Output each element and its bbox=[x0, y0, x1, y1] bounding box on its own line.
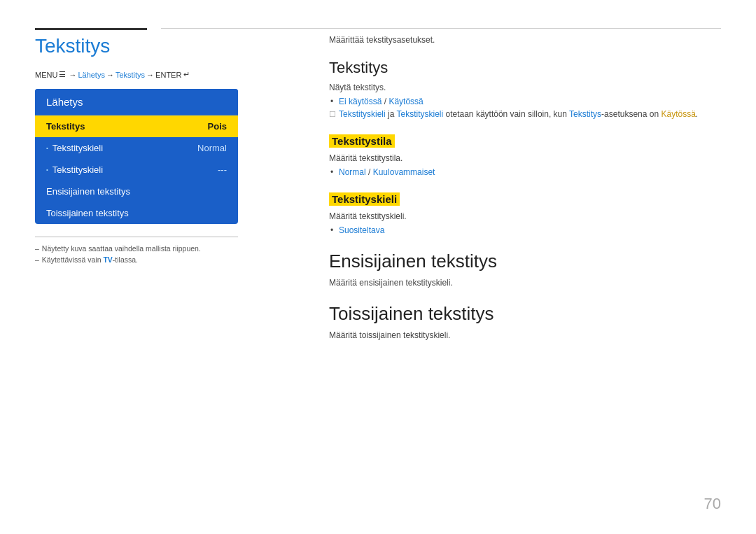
menu-icon: ☰ bbox=[59, 70, 66, 79]
bullet-1: • bbox=[46, 145, 48, 151]
bullet-normal: Normal / Kuulovammaiset bbox=[339, 167, 721, 177]
section-tekstitys-desc: Näytä tekstitys. bbox=[329, 83, 721, 92]
section-tekstitystila-title: Tekstitystila bbox=[329, 134, 395, 148]
top-line-left bbox=[35, 28, 147, 30]
section-ensisijainen-desc: Määritä ensisijainen tekstityskieli. bbox=[329, 278, 721, 288]
link-kuulovammaiset: Kuulovammaiset bbox=[373, 167, 435, 177]
menu-header: Lähetys bbox=[35, 89, 238, 115]
menu-item-tekstitys-label: Tekstitys bbox=[46, 121, 85, 132]
bullet-suositeltava: Suositeltava bbox=[339, 225, 721, 235]
note-text-1: Tekstityskieli ja Tekstityskieli otetaan… bbox=[339, 109, 698, 119]
section-toissijainen-title: Toissijainen tekstitys bbox=[329, 303, 721, 325]
footnote-2-text: Käytettävissä vain TV-tilassa. bbox=[42, 255, 138, 264]
separator-2: / bbox=[368, 167, 373, 177]
tekstitys-note: ☐ Tekstityskieli ja Tekstityskieli oteta… bbox=[329, 109, 721, 119]
enter-label: ENTER bbox=[155, 71, 181, 79]
arrow2: → bbox=[106, 71, 114, 79]
menu-item-tekstitys-value: Pois bbox=[208, 121, 227, 132]
footnote-1: – Näytetty kuva saattaa vaihdella mallis… bbox=[35, 244, 238, 253]
menu-box: Lähetys Tekstitys Pois • Tekstityskieli … bbox=[35, 89, 238, 224]
arrow3: → bbox=[146, 71, 154, 79]
section-tekstityskieli: Tekstityskieli Määritä tekstityskieli. S… bbox=[329, 192, 721, 235]
footnote-1-dash: – bbox=[35, 244, 39, 253]
footnote-2-dash: – bbox=[35, 255, 39, 264]
menu-item-toissijainen-label: Toissijainen tekstitys bbox=[46, 208, 129, 218]
section-toissijainen: Toissijainen tekstitys Määritä toissijai… bbox=[329, 303, 721, 340]
link-ei-kaytossa: Ei käytössä bbox=[339, 97, 382, 106]
check-icon-1: ☐ bbox=[329, 110, 336, 119]
footnote-2: – Käytettävissä vain TV-tilassa. bbox=[35, 255, 238, 264]
page-title: Tekstitys bbox=[35, 35, 252, 57]
menu-item-ensisijainen-label: Ensisijainen tekstitys bbox=[46, 186, 130, 197]
tv-highlight: TV bbox=[103, 255, 112, 264]
menu-item-tekstityskieli-1-value: Normal bbox=[197, 143, 227, 153]
menu-item-tekstityskieli-2-value: --- bbox=[218, 164, 227, 175]
link-suositeltava: Suositeltava bbox=[339, 225, 384, 235]
link-normal: Normal bbox=[339, 167, 366, 177]
footnote-1-text: Näytetty kuva saattaa vaihdella mallista… bbox=[42, 244, 201, 253]
section-ensisijainen-title: Ensisijainen tekstitys bbox=[329, 251, 721, 272]
section-ensisijainen: Ensisijainen tekstitys Määritä ensisijai… bbox=[329, 251, 721, 288]
note-link-1: Tekstityskieli bbox=[339, 109, 386, 119]
right-panel: Määrittää tekstitysasetukset. Tekstitys … bbox=[329, 35, 721, 356]
menu-item-tekstityskieli-1-label: • Tekstityskieli bbox=[46, 143, 103, 153]
section-tekstitystila: Tekstitystila Määritä tekstitystila. Nor… bbox=[329, 134, 721, 177]
menu-item-tekstityskieli-1[interactable]: • Tekstityskieli Normal bbox=[35, 137, 238, 159]
lahetys-link: Lähetys bbox=[78, 71, 105, 79]
menu-label: MENU bbox=[35, 71, 57, 79]
section-tekstityskieli-title: Tekstityskieli bbox=[329, 192, 400, 206]
section-tekstityskieli-bullets: Suositeltava bbox=[329, 225, 721, 235]
menu-path: MENU ☰ → Lähetys → Tekstitys → ENTER ↵ bbox=[35, 70, 252, 79]
link-kaytossa: Käytössä bbox=[388, 97, 423, 106]
menu-item-tekstityskieli-2[interactable]: • Tekstityskieli --- bbox=[35, 159, 238, 181]
section-tekstitys: Tekstitys Näytä tekstitys. Ei käytössä /… bbox=[329, 59, 721, 119]
page-number: 70 bbox=[704, 495, 721, 513]
right-intro: Määrittää tekstitysasetukset. bbox=[329, 35, 721, 45]
menu-item-tekstityskieli-2-label: • Tekstityskieli bbox=[46, 164, 103, 175]
note-link-2: Tekstityskieli bbox=[396, 109, 443, 119]
menu-item-ensisijainen[interactable]: Ensisijainen tekstitys bbox=[35, 181, 238, 202]
section-tekstityskieli-desc: Määritä tekstityskieli. bbox=[329, 211, 721, 221]
left-panel: Tekstitys MENU ☰ → Lähetys → Tekstitys →… bbox=[35, 35, 252, 267]
note-link-3: Tekstitys bbox=[569, 109, 601, 119]
section-toissijainen-desc: Määritä toissijainen tekstityskieli. bbox=[329, 330, 721, 340]
footnotes: – Näytetty kuva saattaa vaihdella mallis… bbox=[35, 237, 238, 264]
arrow1: → bbox=[69, 71, 76, 79]
section-tekstitystila-bullets: Normal / Kuulovammaiset bbox=[329, 167, 721, 177]
section-tekstitys-bullets: Ei käytössä / Käytössä bbox=[329, 97, 721, 106]
bullet-ei-kaytossa: Ei käytössä / Käytössä bbox=[339, 97, 721, 106]
section-tekstitys-title: Tekstitys bbox=[329, 59, 721, 77]
section-tekstitystila-desc: Määritä tekstitystila. bbox=[329, 153, 721, 163]
enter-icon: ↵ bbox=[183, 70, 190, 79]
bullet-2: • bbox=[46, 167, 48, 173]
note-link-kaytossa: Käytössä bbox=[661, 109, 695, 119]
top-line-right bbox=[161, 28, 721, 29]
menu-item-toissijainen[interactable]: Toissijainen tekstitys bbox=[35, 202, 238, 224]
menu-item-tekstitys[interactable]: Tekstitys Pois bbox=[35, 115, 238, 137]
tekstitys-link: Tekstitys bbox=[115, 71, 145, 79]
